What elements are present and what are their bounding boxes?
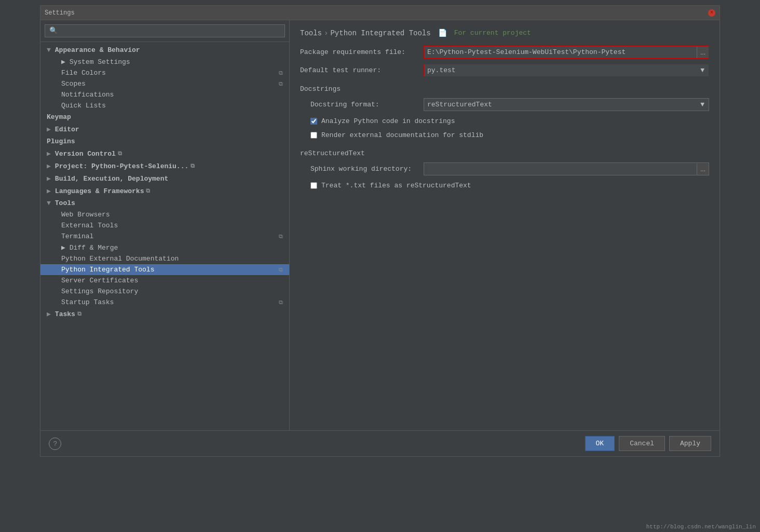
- sidebar-item-label: Version Control: [55, 150, 116, 158]
- docstrings-section-title: Docstrings: [300, 85, 709, 93]
- sidebar-item-label: Tasks: [55, 310, 75, 318]
- sidebar-item-plugins[interactable]: Plugins: [40, 135, 289, 147]
- sphinx-browse-button[interactable]: ...: [697, 163, 709, 175]
- triangle-right-icon: ▶: [47, 187, 51, 195]
- copy-icon: ⧉: [279, 299, 283, 306]
- sidebar-item-label: Keymap: [47, 113, 71, 121]
- close-button[interactable]: ×: [708, 9, 715, 17]
- title-bar: Settings ×: [40, 6, 720, 20]
- sidebar-item-server-certificates[interactable]: Server Certificates: [40, 275, 289, 286]
- sidebar-item-startup-tasks[interactable]: Startup Tasks ⧉: [40, 297, 289, 308]
- sidebar-item-tools[interactable]: ▼ Tools: [40, 197, 289, 209]
- search-input[interactable]: [45, 24, 285, 37]
- copy-icon: ⧉: [279, 70, 283, 76]
- sidebar-item-label: External Tools: [61, 222, 118, 229]
- sidebar-item-system-settings[interactable]: ▶ System Settings: [40, 56, 289, 67]
- sidebar-item-label: Notifications: [61, 91, 114, 99]
- test-runner-select-container: py.test Unittest Nose ▼: [424, 64, 709, 77]
- sidebar-item-languages-frameworks[interactable]: ▶ Languages & Frameworks ⧉: [40, 185, 289, 197]
- bottom-bar: ? OK Cancel Apply: [40, 430, 720, 456]
- copy-icon: ⧉: [279, 267, 283, 273]
- triangle-right-icon: ▶: [47, 310, 51, 318]
- copy-icon: ⧉: [146, 188, 150, 194]
- test-runner-label: Default test runner:: [300, 66, 419, 74]
- ok-button[interactable]: OK: [585, 436, 615, 451]
- analyze-python-checkbox[interactable]: [310, 118, 317, 125]
- pkg-req-input[interactable]: [424, 46, 697, 58]
- sidebar-item-version-control[interactable]: ▶ Version Control ⧉: [40, 147, 289, 160]
- triangle-right-icon: ▶: [47, 125, 51, 133]
- sidebar-item-terminal[interactable]: Terminal ⧉: [40, 231, 289, 242]
- cancel-button[interactable]: Cancel: [619, 436, 665, 451]
- sidebar-item-settings-repository[interactable]: Settings Repository: [40, 286, 289, 297]
- sidebar-item-quick-lists[interactable]: Quick Lists: [40, 100, 289, 111]
- copy-icon: ⧉: [279, 81, 283, 87]
- sidebar-item-external-tools[interactable]: External Tools: [40, 220, 289, 231]
- test-runner-select[interactable]: py.test Unittest Nose: [424, 64, 696, 76]
- sidebar-item-diff-merge[interactable]: ▶ Diff & Merge: [40, 242, 289, 253]
- search-bar[interactable]: [40, 20, 289, 42]
- sidebar-item-keymap[interactable]: Keymap: [40, 111, 289, 123]
- breadcrumb-separator: ›: [324, 29, 328, 37]
- right-panel: Tools › Python Integrated Tools 📄 For cu…: [290, 20, 720, 430]
- sidebar: ▼ Appearance & Behavior ▶ System Setting…: [40, 20, 290, 430]
- pkg-req-browse-button[interactable]: ...: [697, 47, 709, 58]
- sidebar-item-file-colors[interactable]: File Colors ⧉: [40, 67, 289, 78]
- breadcrumb-page: Python Integrated Tools: [330, 29, 430, 37]
- breadcrumb-tools: Tools: [300, 29, 322, 37]
- sphinx-row: Sphinx working directory: ...: [300, 162, 709, 175]
- sidebar-item-label: Python Integrated Tools: [61, 266, 154, 274]
- sidebar-item-label: Project: Python-Pytest-Seleniu...: [55, 162, 188, 170]
- sidebar-tree: ▼ Appearance & Behavior ▶ System Setting…: [40, 42, 289, 430]
- sidebar-item-label: Python External Documentation: [61, 255, 179, 263]
- sidebar-item-label: Plugins: [47, 138, 75, 145]
- sidebar-item-label: Settings Repository: [61, 288, 138, 295]
- pkg-req-row: Package requirements file: ...: [300, 46, 709, 59]
- sidebar-item-label: Web Browsers: [61, 211, 110, 219]
- sidebar-item-python-integrated-tools[interactable]: Python Integrated Tools ⧉: [40, 264, 289, 275]
- copy-icon: ⧉: [77, 311, 82, 317]
- sidebar-item-label: Appearance & Behavior: [55, 46, 140, 54]
- sidebar-item-editor[interactable]: ▶ Editor: [40, 123, 289, 135]
- triangle-right-icon: ▶: [47, 162, 51, 170]
- sphinx-dir-label: Sphinx working directory:: [310, 165, 419, 173]
- sidebar-item-label: Terminal: [61, 233, 93, 240]
- sidebar-item-python-ext-doc[interactable]: Python External Documentation: [40, 253, 289, 264]
- help-button[interactable]: ?: [49, 438, 61, 450]
- treat-files-checkbox[interactable]: [310, 182, 317, 189]
- copy-icon: ⧉: [191, 163, 195, 169]
- sidebar-item-label: Tools: [55, 199, 75, 207]
- docstring-format-select[interactable]: reStructuredText Google NumPy: [424, 99, 696, 111]
- copy-icon: ⧉: [279, 234, 283, 240]
- sidebar-item-label: Languages & Frameworks: [55, 187, 144, 195]
- sidebar-item-notifications[interactable]: Notifications: [40, 89, 289, 100]
- bottom-bar-left: ?: [49, 438, 61, 450]
- docstring-format-select-container: reStructuredText Google NumPy ▼: [424, 98, 709, 111]
- sidebar-item-appearance-behavior[interactable]: ▼ Appearance & Behavior: [40, 44, 289, 56]
- select-arrow-icon: ▼: [696, 64, 709, 76]
- sidebar-item-project[interactable]: ▶ Project: Python-Pytest-Seleniu... ⧉: [40, 160, 289, 172]
- sidebar-item-scopes[interactable]: Scopes ⧉: [40, 78, 289, 89]
- docstring-format-label: Docstring format:: [310, 101, 419, 108]
- copy-icon: ⧉: [118, 151, 122, 157]
- watermark: http://blog.csdn.net/wanglin_lin: [646, 524, 756, 530]
- restructured-section-title: reStructuredText: [300, 149, 709, 157]
- sidebar-item-label: Startup Tasks: [61, 298, 114, 306]
- sphinx-dir-input[interactable]: [424, 163, 697, 175]
- render-external-checkbox[interactable]: [310, 132, 317, 139]
- sidebar-item-label: Editor: [55, 126, 79, 133]
- settings-window: Settings × ▼ Appearance & Behavior ▶ Sys…: [40, 5, 720, 457]
- render-external-label: Render external documentation for stdlib: [321, 131, 483, 139]
- analyze-python-row: Analyze Python code in docstrings: [300, 115, 709, 127]
- apply-button[interactable]: Apply: [669, 436, 711, 451]
- sphinx-input-container: ...: [424, 162, 709, 175]
- sidebar-item-web-browsers[interactable]: Web Browsers: [40, 209, 289, 220]
- triangle-right-icon: ▶: [47, 174, 51, 183]
- sidebar-item-build-execution[interactable]: ▶ Build, Execution, Deployment: [40, 172, 289, 185]
- triangle-down-icon: ▼: [47, 46, 51, 54]
- sidebar-item-label: Quick Lists: [61, 102, 106, 110]
- sidebar-item-label: Scopes: [61, 80, 86, 88]
- sidebar-item-tasks[interactable]: ▶ Tasks ⧉: [40, 308, 289, 320]
- main-content: ▼ Appearance & Behavior ▶ System Setting…: [40, 20, 720, 430]
- window-title: Settings: [45, 9, 75, 17]
